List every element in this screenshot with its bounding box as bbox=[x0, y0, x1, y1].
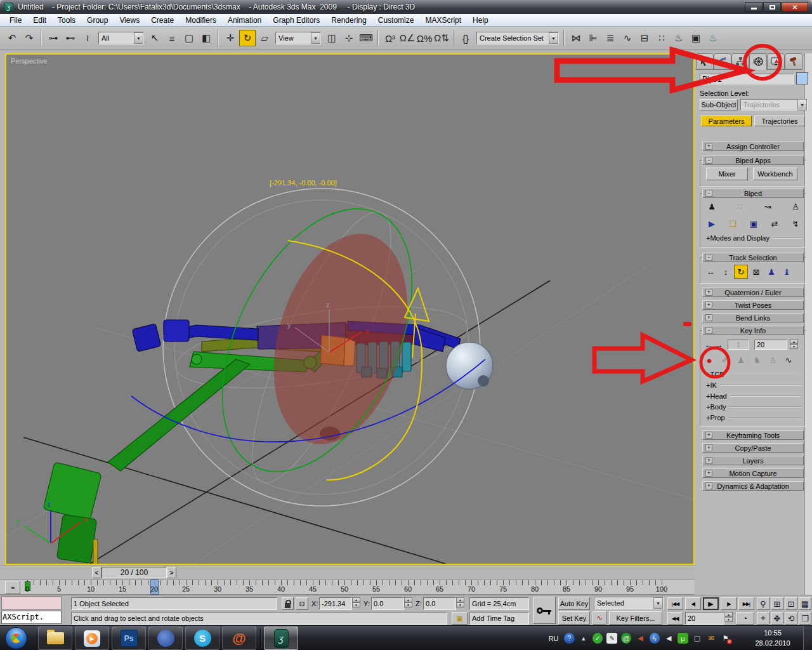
set-free-key-icon[interactable]: ♙ bbox=[766, 353, 780, 367]
current-frame-field[interactable]: 20 bbox=[685, 612, 724, 625]
select-and-manipulate-icon[interactable]: ⊹ bbox=[341, 30, 357, 46]
menu-create[interactable]: Create bbox=[145, 15, 180, 26]
set-planted-key-icon[interactable]: ♟ bbox=[734, 353, 748, 367]
tcb-curve-icon[interactable]: ∿ bbox=[782, 353, 796, 367]
window-crossing-icon[interactable]: ◧ bbox=[198, 30, 214, 46]
workbench-button[interactable]: Workbench bbox=[753, 168, 797, 180]
undo-icon[interactable]: ↶ bbox=[4, 30, 20, 46]
expand-icon[interactable]: + bbox=[705, 314, 712, 321]
keyboard-override-icon[interactable]: ⌨ bbox=[358, 30, 374, 46]
play-button[interactable]: ▶ bbox=[703, 597, 719, 610]
tab-modify[interactable] bbox=[714, 53, 731, 70]
key-mode-toggle[interactable]: ◀◀| bbox=[667, 612, 683, 625]
tray-antivirus-icon[interactable]: ✓ bbox=[593, 633, 603, 644]
menu-group[interactable]: Group bbox=[81, 15, 114, 26]
taskbar-3dsmax-active[interactable]: ʒ bbox=[264, 627, 298, 650]
menu-views[interactable]: Views bbox=[114, 15, 145, 26]
menu-graph-editors[interactable]: Graph Editors bbox=[267, 15, 325, 26]
taskbar-skype[interactable]: S bbox=[185, 627, 219, 650]
tab-utilities[interactable] bbox=[785, 53, 802, 70]
body-rotation-icon[interactable]: ↻ bbox=[734, 265, 748, 279]
maximize-button[interactable] bbox=[763, 2, 781, 12]
arc-rotate-icon[interactable]: ⟲ bbox=[785, 612, 797, 625]
chevron-down-icon[interactable]: ▼ bbox=[311, 32, 320, 44]
key-info-sub-expander[interactable]: +Head bbox=[706, 392, 801, 400]
expand-icon[interactable]: + bbox=[705, 444, 712, 451]
mixer-button[interactable]: Mixer bbox=[706, 168, 748, 180]
key-filters-button[interactable]: Key Filters... bbox=[609, 611, 662, 625]
tray-mail-notify-icon[interactable]: ✉ bbox=[706, 633, 716, 644]
zoom-extents-icon[interactable]: ⊡ bbox=[785, 597, 797, 610]
time-configuration-icon[interactable]: ◔ bbox=[736, 612, 754, 625]
menu-rendering[interactable]: Rendering bbox=[325, 15, 372, 26]
rendered-frame-icon[interactable]: ▣ bbox=[688, 30, 704, 46]
minimize-button[interactable] bbox=[745, 2, 763, 12]
menu-animation[interactable]: Animation bbox=[222, 15, 267, 26]
go-to-end-button[interactable]: ▶▶| bbox=[738, 597, 754, 610]
tray-volume-icon[interactable]: ◀ bbox=[664, 633, 674, 644]
set-keys-big-button[interactable] bbox=[533, 597, 556, 624]
default-tangent-icon[interactable]: ∿ bbox=[593, 611, 606, 625]
expand-icon[interactable]: + bbox=[705, 143, 712, 150]
x-coordinate-field[interactable]: -291.34 bbox=[319, 597, 352, 610]
tray-language[interactable]: RU bbox=[547, 633, 560, 644]
select-and-link-icon[interactable]: ⊶ bbox=[45, 30, 62, 46]
set-key-icon[interactable]: ● bbox=[702, 353, 716, 367]
tray-help-icon[interactable]: ? bbox=[564, 633, 574, 644]
footstep-mode-icon[interactable]: ∷ bbox=[733, 199, 747, 213]
sub-object-button[interactable]: Sub-Object bbox=[700, 99, 738, 110]
schematic-view-icon[interactable]: ⊟ bbox=[636, 30, 653, 46]
rollout-keyframing-tools[interactable]: + Keyframing Tools bbox=[702, 430, 804, 440]
key-info-sub-expander[interactable]: +TCB bbox=[706, 371, 801, 378]
taskbar-clock[interactable]: 10:55 28.02.2010 bbox=[747, 628, 798, 648]
select-and-rotate-icon[interactable]: ↻ bbox=[239, 30, 256, 46]
select-object-icon[interactable]: ↖ bbox=[147, 30, 163, 46]
object-name-field[interactable]: Bip01 bbox=[700, 74, 794, 84]
spinner-down-icon[interactable]: ▼ bbox=[790, 344, 798, 349]
menu-tools[interactable]: Tools bbox=[52, 15, 81, 26]
previous-frame-button[interactable]: < bbox=[92, 567, 102, 578]
maximize-viewport-icon[interactable]: ❒ bbox=[799, 612, 811, 625]
z-coordinate-field[interactable]: 0.0 bbox=[423, 597, 456, 610]
spinner-up-icon[interactable]: ▲ bbox=[790, 339, 798, 344]
set-sliding-key-icon[interactable]: ♞ bbox=[750, 353, 764, 367]
adaptive-degradation-icon[interactable]: ▣ bbox=[452, 612, 468, 625]
selection-set-key-dropdown[interactable]: Selected ▼ bbox=[594, 597, 664, 609]
menu-modifiers[interactable]: Modifiers bbox=[180, 15, 222, 26]
trajectories-tab[interactable]: Trajectories bbox=[754, 116, 805, 126]
menu-edit[interactable]: Edit bbox=[27, 15, 52, 26]
start-button[interactable] bbox=[5, 627, 27, 649]
unlink-selection-icon[interactable]: ⊷ bbox=[62, 30, 79, 46]
rectangular-selection-region-icon[interactable]: ▢ bbox=[181, 30, 197, 46]
maxscript-listener-pink[interactable] bbox=[1, 596, 62, 610]
selection-filter-dropdown[interactable]: All ▼ bbox=[98, 32, 144, 44]
tray-mailru-agent-icon[interactable]: @ bbox=[621, 633, 631, 644]
frame-field-spinner[interactable]: ▲▼ bbox=[724, 612, 733, 622]
rollout-quaternion-euler[interactable]: + Quaternion / Euler bbox=[702, 288, 804, 297]
rollout-key-info[interactable]: - Key Info bbox=[702, 326, 804, 335]
frame-spinner[interactable]: ▲ ▼ bbox=[790, 339, 798, 349]
time-slider[interactable]: < 20 / 100 > bbox=[0, 565, 695, 579]
time-slider-handle[interactable]: 20 / 100 bbox=[102, 567, 167, 578]
body-horizontal-icon[interactable]: ↔ bbox=[704, 265, 717, 279]
spinner-snap-icon[interactable]: Ω⇅ bbox=[433, 30, 450, 46]
symmetrical-tracks-icon[interactable]: ♟ bbox=[764, 265, 778, 279]
pan-icon[interactable]: ✥ bbox=[771, 612, 783, 625]
expand-icon[interactable]: + bbox=[705, 302, 712, 308]
figure-mode-icon[interactable]: ♟ bbox=[705, 199, 719, 213]
convert-icon[interactable]: ⇄ bbox=[768, 216, 782, 230]
select-and-scale-icon[interactable]: ▱ bbox=[256, 30, 273, 46]
body-vertical-icon[interactable]: ↕ bbox=[719, 265, 733, 279]
auto-key-button[interactable]: Auto Key bbox=[558, 597, 590, 610]
menu-help[interactable]: Help bbox=[467, 15, 494, 26]
show-desktop-button[interactable] bbox=[803, 626, 812, 650]
next-frame-button[interactable]: > bbox=[167, 567, 176, 578]
bind-to-space-warp-icon[interactable]: ≀ bbox=[79, 30, 96, 46]
rollout-biped[interactable]: - Biped bbox=[702, 189, 804, 198]
selection-lock-icon[interactable] bbox=[282, 597, 294, 610]
collapse-icon[interactable]: - bbox=[705, 190, 712, 197]
chevron-down-icon[interactable]: ▼ bbox=[134, 32, 143, 44]
biped-playback-icon[interactable]: ▶ bbox=[705, 216, 719, 230]
menu-customize[interactable]: Customize bbox=[372, 15, 420, 26]
rollout-dynamics[interactable]: + Dynamics & Adaptation bbox=[702, 481, 804, 491]
